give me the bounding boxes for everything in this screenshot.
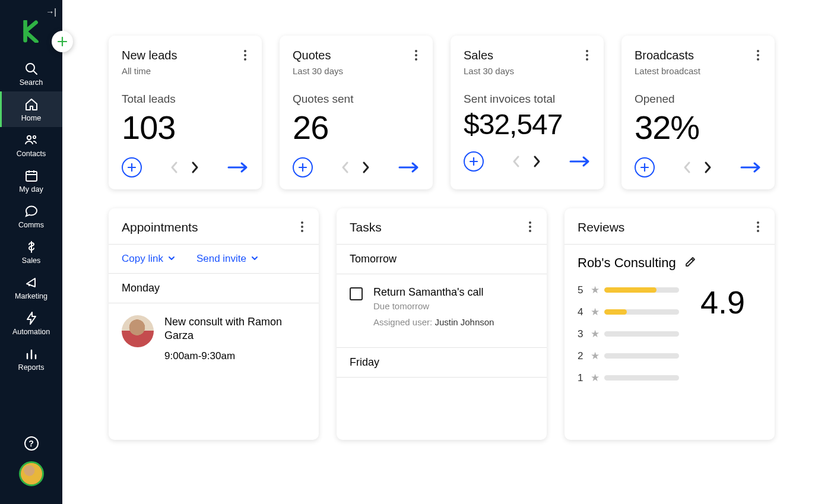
go-arrow-icon[interactable] <box>740 161 762 173</box>
nav-marketing[interactable]: Marketing <box>0 270 62 305</box>
more-icon[interactable] <box>754 49 762 62</box>
rating-value: 4.9 <box>700 286 745 318</box>
stat-label: Total leads <box>122 93 249 106</box>
chevron-left-icon[interactable] <box>512 155 521 168</box>
task-due: Due tomorrow <box>373 301 494 311</box>
nav-label: Home <box>21 114 41 122</box>
appointment-time: 9:00am-9:30am <box>164 350 306 362</box>
go-arrow-icon[interactable] <box>569 156 591 167</box>
reviews-card: Reviews Rob's Consulting 5★ 4 <box>565 208 775 440</box>
bottom-row: Appointments Copy link Send invite Monda… <box>109 208 775 440</box>
stat-value: 32% <box>635 108 762 147</box>
star-icon: ★ <box>591 328 600 340</box>
sidebar: →| Search Home Contacts My day Comms Sal… <box>0 0 62 504</box>
svg-point-1 <box>27 136 30 140</box>
nav-home[interactable]: Home <box>0 91 62 127</box>
copy-link-label: Copy link <box>122 253 163 265</box>
more-icon[interactable] <box>299 220 306 233</box>
chevron-left-icon[interactable] <box>341 161 350 174</box>
nav-sales[interactable]: Sales <box>0 234 62 270</box>
copy-link-action[interactable]: Copy link <box>122 253 175 265</box>
task-item[interactable]: Return Samantha's call Due tomorrow Assi… <box>337 274 547 339</box>
nav-label: Contacts <box>17 150 46 158</box>
more-icon[interactable] <box>754 220 762 233</box>
chevron-right-icon[interactable] <box>532 155 541 168</box>
more-icon[interactable] <box>583 49 591 62</box>
go-arrow-icon[interactable] <box>398 161 420 173</box>
day-label: Tomorrow <box>337 245 547 274</box>
appointment-item[interactable]: New consult with Ramon Garza 9:00am-9:30… <box>109 303 319 374</box>
stat-card-sales: Sales Last 30 days Sent invoices total $… <box>451 36 604 189</box>
task-checkbox[interactable] <box>350 287 363 300</box>
calendar-icon <box>24 169 39 183</box>
chevron-right-icon[interactable] <box>361 161 370 174</box>
star-icon: ★ <box>591 372 600 384</box>
nav-label: Reports <box>18 363 45 372</box>
nav-automation[interactable]: Automation <box>0 305 62 341</box>
card-title: New leads <box>122 49 177 62</box>
tasks-card: Tasks Tomorrow Return Samantha's call Du… <box>337 208 547 440</box>
help-icon[interactable]: ? <box>24 436 39 451</box>
send-invite-action[interactable]: Send invite <box>196 253 258 265</box>
chevron-left-icon[interactable] <box>170 161 179 174</box>
go-arrow-icon[interactable] <box>227 161 249 173</box>
user-avatar[interactable] <box>19 461 44 486</box>
nav-myday[interactable]: My day <box>0 163 62 198</box>
day-label: Friday <box>337 348 547 377</box>
contact-avatar <box>122 315 154 347</box>
nav-label: Marketing <box>15 292 47 300</box>
card-subtitle: Last 30 days <box>293 66 420 76</box>
nav-search[interactable]: Search <box>0 56 62 91</box>
add-button[interactable] <box>52 31 73 52</box>
send-invite-label: Send invite <box>196 253 246 265</box>
rating-row: 1★ <box>578 372 679 384</box>
nav-label: My day <box>19 185 43 194</box>
chart-icon <box>24 347 39 361</box>
appointments-card: Appointments Copy link Send invite Monda… <box>109 208 319 440</box>
more-icon[interactable] <box>413 49 420 62</box>
more-icon[interactable] <box>527 220 534 233</box>
svg-rect-3 <box>26 172 37 181</box>
edit-icon[interactable] <box>684 256 696 270</box>
add-icon[interactable] <box>464 151 484 172</box>
stat-label: Sent invoices total <box>464 93 591 106</box>
more-icon[interactable] <box>242 49 249 62</box>
chevron-left-icon[interactable] <box>683 161 692 174</box>
rating-row: 4★ <box>578 306 679 318</box>
chevron-down-icon <box>251 253 258 265</box>
stat-label: Quotes sent <box>293 93 420 106</box>
appointment-title: New consult with Ramon Garza <box>164 315 306 342</box>
bolt-icon <box>24 311 39 325</box>
svg-point-2 <box>33 136 35 138</box>
chevron-right-icon[interactable] <box>191 161 199 174</box>
rating-row: 3★ <box>578 328 679 340</box>
home-icon <box>24 97 39 112</box>
dollar-icon <box>24 240 39 254</box>
add-icon[interactable] <box>635 157 655 177</box>
rating-row: 5★ <box>578 284 679 296</box>
nav-label: Sales <box>22 256 40 265</box>
add-icon[interactable] <box>293 157 313 177</box>
collapse-sidebar-icon[interactable]: →| <box>46 5 62 17</box>
card-subtitle: Last 30 days <box>464 66 591 76</box>
stat-card-quotes: Quotes Last 30 days Quotes sent 26 <box>280 36 433 189</box>
main-content: New leads All time Total leads 103 Quote… <box>62 0 815 504</box>
reviews-company: Rob's Consulting <box>578 255 676 271</box>
rating-row: 2★ <box>578 350 679 362</box>
add-icon[interactable] <box>122 157 142 177</box>
star-icon: ★ <box>591 350 600 362</box>
rating-bars: 5★ 4★ 3★ 2★ <box>578 284 679 384</box>
chevron-right-icon[interactable] <box>703 161 712 174</box>
nav-reports[interactable]: Reports <box>0 341 62 376</box>
logo <box>22 20 41 45</box>
nav: Search Home Contacts My day Comms Sales … <box>0 56 62 376</box>
card-subtitle: All time <box>122 66 249 76</box>
task-assigned: Assigned user: Justin Johnson <box>373 317 494 327</box>
stat-label: Opened <box>635 93 762 106</box>
task-title: Return Samantha's call <box>373 286 494 299</box>
nav-comms[interactable]: Comms <box>0 198 62 234</box>
nav-contacts[interactable]: Contacts <box>0 127 62 163</box>
card-title: Quotes <box>293 49 331 62</box>
nav-label: Search <box>20 78 43 87</box>
card-subtitle: Latest broadcast <box>635 66 762 76</box>
